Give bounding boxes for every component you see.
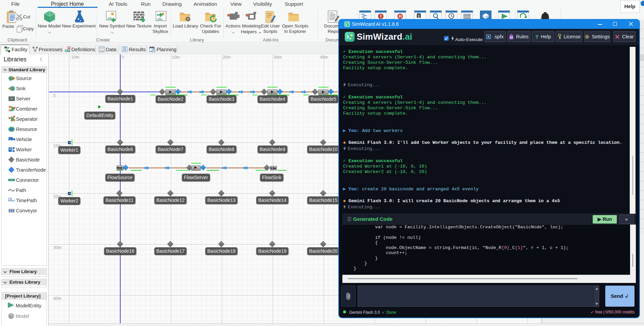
svg-text:4.32: 4.32 [100,50,104,52]
svg-text:21.9: 21.9 [100,47,104,49]
